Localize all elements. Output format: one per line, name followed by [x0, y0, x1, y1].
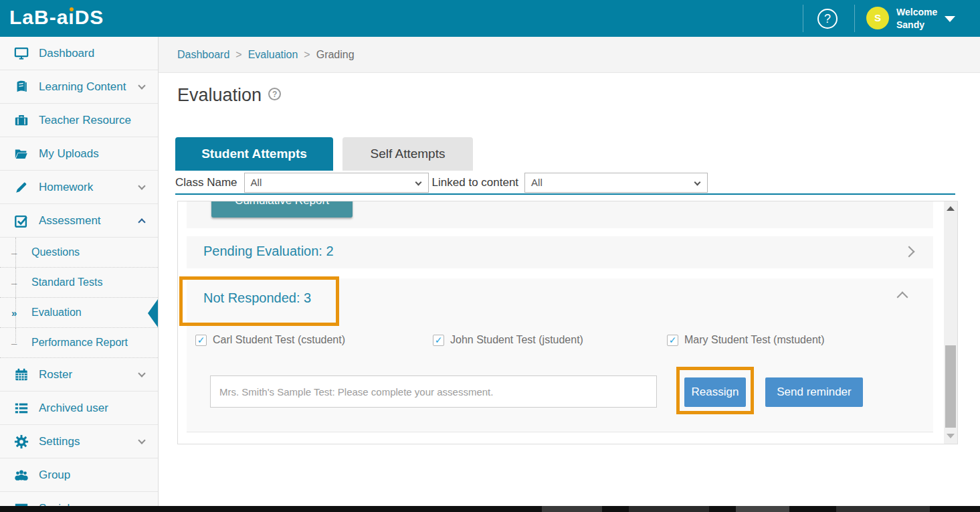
sidebar-item-dashboard[interactable]: Dashboard	[0, 37, 158, 70]
student-checkbox-john[interactable]: ✓ John Student Test (jstudent)	[433, 334, 583, 346]
sidebar-item-label: Assessment	[39, 214, 101, 228]
chevron-right-icon	[904, 246, 915, 258]
subitem-marker: –	[11, 277, 17, 288]
title-help-icon[interactable]: ?	[268, 88, 281, 100]
chevron-up-icon[interactable]	[897, 292, 908, 303]
sidebar-subitem-label: Performance Report	[31, 337, 128, 349]
sidebar-item-group[interactable]: Group	[0, 458, 158, 492]
chevron-down-icon	[138, 182, 145, 189]
breadcrumb-evaluation[interactable]: Evaluation	[248, 49, 298, 60]
sidebar-item-label: Learning Content	[39, 80, 126, 94]
header-divider	[803, 5, 803, 32]
sidebar-item-settings[interactable]: Settings	[0, 425, 158, 458]
scrollbar-thumb[interactable]	[945, 345, 956, 428]
student-checkbox-mary[interactable]: ✓ Mary Student Test (mstudent)	[667, 334, 825, 346]
subitem-marker: –	[11, 247, 17, 258]
header-divider	[854, 5, 855, 32]
tab-self-attempts[interactable]: Self Attempts	[342, 137, 473, 171]
list-icon	[14, 401, 29, 416]
sidebar-subitem-standard-tests[interactable]: – Standard Tests	[0, 268, 158, 298]
not-responded-title: Not Responded: 3	[203, 290, 311, 306]
breadcrumb: Dashboard>Evaluation>Grading	[159, 37, 980, 73]
sidebar-item-roster[interactable]: Roster	[0, 358, 158, 392]
triangle-up-icon	[947, 206, 955, 211]
send-reminder-button[interactable]: Send reminder	[765, 377, 863, 407]
breadcrumb-current: Grading	[316, 49, 355, 60]
briefcase-icon	[14, 113, 29, 128]
sidebar-item-label: Roster	[39, 368, 72, 381]
check-square-icon	[14, 214, 29, 228]
sidebar-item-label: Group	[39, 468, 70, 482]
breadcrumb-separator: >	[304, 49, 310, 60]
sidebar-item-label: Settings	[39, 435, 80, 448]
sidebar-item-label: Dashboard	[39, 47, 94, 60]
linked-to-content-label: Linked to content	[432, 176, 518, 189]
triangle-down-icon	[947, 434, 955, 438]
sidebar-item-homework[interactable]: Homework	[0, 171, 158, 204]
sidebar-nav: Dashboard Learning Content Teacher Resou…	[0, 37, 159, 512]
pencil-icon	[14, 180, 29, 195]
sidebar-subitem-label: Evaluation	[31, 307, 82, 319]
linked-to-content-selected-value: All	[531, 177, 543, 188]
sidebar-subitem-evaluation[interactable]: » Evaluation	[0, 298, 158, 328]
not-responded-section: Not Responded: 3 ✓ Carl Student Test (cs…	[187, 278, 933, 432]
class-name-selected-value: All	[251, 177, 262, 188]
chevron-down-icon	[415, 179, 421, 186]
page-title: Evaluation?	[177, 85, 281, 106]
welcome-line1: Welcome	[896, 6, 937, 19]
reminder-message-input[interactable]	[210, 375, 657, 408]
active-item-flag	[148, 299, 158, 327]
checkbox-checked-icon[interactable]: ✓	[667, 335, 678, 346]
breadcrumb-dashboard[interactable]: Dashboard	[177, 49, 229, 60]
student-label: Carl Student Test (cstudent)	[213, 334, 345, 346]
pending-evaluation-title: Pending Evaluation: 2	[203, 244, 334, 259]
sidebar-item-teacher-resource[interactable]: Teacher Resource	[0, 104, 158, 137]
evaluation-list-panel: Cumulative Report Pending Evaluation: 2 …	[177, 201, 958, 444]
bottom-edge-bar	[0, 506, 980, 512]
sidebar-item-archived-user[interactable]: Archived user	[0, 392, 158, 425]
app-header: LaB-aıDS ? S Welcome Sandy	[0, 0, 980, 37]
linked-to-content-select[interactable]: All	[524, 173, 708, 193]
book-icon	[14, 80, 29, 94]
chevron-up-icon	[138, 218, 145, 226]
sidebar-item-assessment[interactable]: Assessment	[0, 204, 158, 238]
scroll-up-button[interactable]	[944, 203, 957, 215]
cumulative-report-button[interactable]: Cumulative Report	[211, 201, 353, 218]
sidebar-item-label: Homework	[39, 181, 93, 194]
tab-student-attempts[interactable]: Student Attempts	[175, 137, 333, 171]
sidebar-item-my-uploads[interactable]: My Uploads	[0, 137, 158, 171]
calendar-icon	[14, 367, 29, 382]
user-menu-caret-icon[interactable]	[945, 16, 955, 22]
labaids-logo[interactable]: LaB-aıDS	[9, 6, 104, 29]
sidebar-subitem-questions[interactable]: – Questions	[0, 238, 158, 268]
tab-underline	[175, 193, 955, 195]
sidebar-subitem-performance-report[interactable]: – Performance Report	[0, 328, 158, 358]
avatar[interactable]: S	[866, 7, 889, 29]
gear-icon	[14, 434, 29, 449]
sidebar-item-label: Teacher Resource	[39, 114, 131, 127]
welcome-line2: Sandy	[896, 19, 937, 31]
welcome-text[interactable]: Welcome Sandy	[896, 6, 937, 31]
filter-row: Class Name All Linked to content All	[175, 172, 958, 193]
subitem-marker: –	[11, 337, 17, 349]
student-checkbox-carl[interactable]: ✓ Carl Student Test (cstudent)	[195, 334, 345, 346]
sidebar-item-learning-content[interactable]: Learning Content	[0, 70, 158, 104]
evaluated-section-partial: Cumulative Report	[187, 201, 933, 228]
scroll-down-button[interactable]	[944, 430, 957, 442]
page-title-text: Evaluation	[177, 85, 262, 105]
student-label: Mary Student Test (mstudent)	[684, 334, 825, 346]
sidebar-subitem-label: Standard Tests	[31, 276, 102, 288]
folder-open-icon	[14, 147, 29, 161]
chevron-down-icon	[138, 436, 145, 444]
class-name-select[interactable]: All	[244, 173, 429, 193]
pending-evaluation-section-header[interactable]: Pending Evaluation: 2	[187, 236, 933, 268]
class-name-label: Class Name	[175, 176, 237, 189]
help-icon[interactable]: ?	[817, 9, 838, 29]
panel-scrollbar[interactable]	[944, 201, 957, 444]
subitem-marker: »	[11, 307, 17, 319]
chevron-down-icon	[138, 82, 145, 89]
checkbox-checked-icon[interactable]: ✓	[195, 335, 207, 346]
chevron-down-icon	[138, 369, 145, 377]
checkbox-checked-icon[interactable]: ✓	[433, 335, 444, 346]
reassign-button[interactable]: Reassign	[684, 377, 746, 407]
